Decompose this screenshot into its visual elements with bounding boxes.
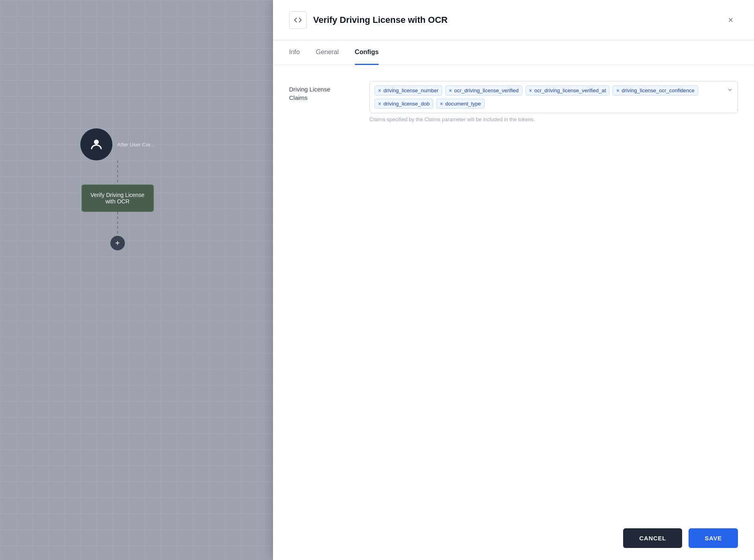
tab-info[interactable]: Info bbox=[289, 41, 300, 65]
code-brackets-icon bbox=[294, 16, 302, 24]
tab-general[interactable]: General bbox=[316, 41, 339, 65]
claims-tags-input[interactable]: × driving_license_number × ocr_driving_l… bbox=[369, 81, 738, 113]
cancel-button[interactable]: CANCEL bbox=[623, 528, 682, 548]
tag-ocr-driving-license-verified[interactable]: × ocr_driving_license_verified bbox=[445, 85, 522, 95]
panel-content: Driving License Claims × driving_license… bbox=[273, 65, 754, 516]
close-icon: × bbox=[728, 15, 734, 25]
save-button[interactable]: SAVE bbox=[689, 528, 738, 548]
tag-document-type[interactable]: × document_type bbox=[436, 99, 485, 109]
tag-driving-license-dob[interactable]: × driving_license_dob bbox=[375, 99, 433, 109]
verify-node-label: Verify Driving License with OCR bbox=[90, 192, 145, 205]
config-panel: Verify Driving License with OCR × Info G… bbox=[273, 0, 754, 560]
tag-label: driving_license_number bbox=[383, 87, 438, 93]
tag-remove-icon[interactable]: × bbox=[529, 88, 532, 93]
after-user-label: After User Cor... bbox=[117, 142, 155, 148]
close-button[interactable]: × bbox=[723, 13, 738, 27]
canvas-background: After User Cor... Verify Driving License… bbox=[0, 0, 273, 560]
tag-driving-license-ocr-confidence[interactable]: × driving_license_ocr_confidence bbox=[613, 85, 698, 95]
code-icon-button[interactable] bbox=[289, 11, 307, 29]
tag-label: document_type bbox=[445, 101, 481, 107]
tag-label: driving_license_dob bbox=[383, 101, 430, 107]
driving-license-claims-row: Driving License Claims × driving_license… bbox=[289, 81, 738, 122]
tag-ocr-driving-license-verified-at[interactable]: × ocr_driving_license_verified_at bbox=[526, 85, 610, 95]
connector-line-1 bbox=[117, 160, 118, 185]
user-node bbox=[80, 128, 112, 160]
tags-dropdown-arrow[interactable] bbox=[727, 87, 733, 94]
plus-icon: + bbox=[115, 239, 120, 248]
add-node-button[interactable]: + bbox=[110, 236, 125, 250]
tag-remove-icon[interactable]: × bbox=[616, 88, 619, 93]
tag-label: driving_license_ocr_confidence bbox=[622, 87, 694, 93]
verify-node[interactable]: Verify Driving License with OCR bbox=[82, 185, 154, 212]
tag-driving-license-number[interactable]: × driving_license_number bbox=[375, 85, 442, 95]
chevron-down-icon bbox=[727, 87, 733, 93]
flow-diagram: After User Cor... Verify Driving License… bbox=[80, 128, 155, 250]
tabs-container: Info General Configs bbox=[273, 41, 754, 65]
tag-label: ocr_driving_license_verified bbox=[454, 87, 518, 93]
panel-header: Verify Driving License with OCR × bbox=[273, 0, 754, 41]
svg-point-0 bbox=[94, 140, 99, 144]
tab-configs[interactable]: Configs bbox=[355, 41, 379, 65]
user-icon bbox=[89, 137, 104, 152]
tag-label: ocr_driving_license_verified_at bbox=[534, 87, 606, 93]
tag-remove-icon[interactable]: × bbox=[449, 88, 452, 93]
claims-hint-text: Claims specified by the Claims parameter… bbox=[369, 116, 738, 122]
tag-remove-icon[interactable]: × bbox=[378, 101, 381, 106]
connector-line-2 bbox=[117, 212, 118, 236]
field-label: Driving License Claims bbox=[289, 81, 353, 102]
panel-title: Verify Driving License with OCR bbox=[313, 15, 717, 25]
panel-footer: CANCEL SAVE bbox=[273, 516, 754, 560]
tag-remove-icon[interactable]: × bbox=[378, 88, 381, 93]
tag-remove-icon[interactable]: × bbox=[440, 101, 443, 106]
